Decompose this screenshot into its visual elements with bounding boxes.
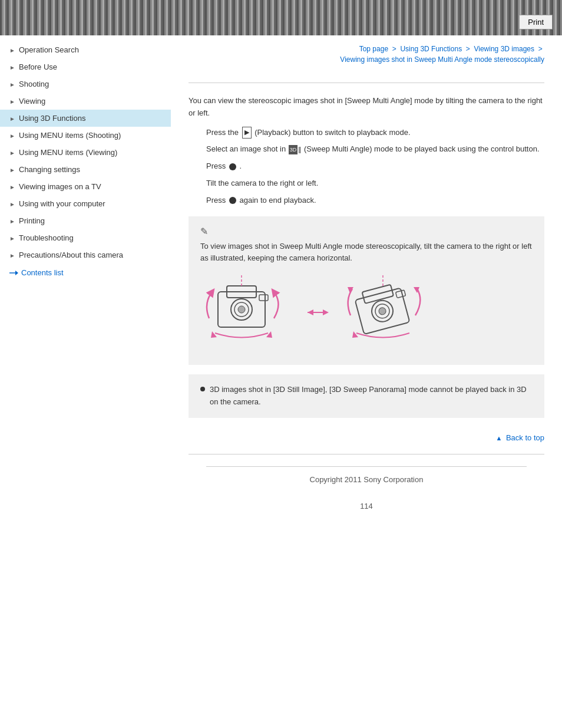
svg-rect-7 [259, 295, 268, 301]
content-area: Top page > Using 3D Functions > Viewing … [171, 35, 562, 684]
step-3: Press . [206, 160, 544, 173]
sidebar-item-label: Viewing [19, 97, 45, 106]
step-5: Press again to end playback. [206, 195, 544, 207]
svg-marker-1 [15, 271, 18, 275]
footer: Copyright 2011 Sony Corporation [206, 466, 527, 492]
camera-right-svg [342, 274, 436, 351]
sidebar-arrow-icon: ► [9, 47, 15, 53]
sidebar-item-label: Shooting [19, 80, 49, 88]
sidebar-arrow-icon: ► [9, 201, 15, 207]
header-bar: Print [0, 0, 562, 35]
sidebar-item-before-use[interactable]: ►Before Use [0, 58, 171, 75]
sidebar-item-label: Before Use [19, 62, 57, 71]
bullet-dot [200, 387, 205, 391]
svg-point-6 [238, 306, 245, 313]
sidebar-item-label: Using with your computer [19, 199, 105, 208]
sidebar-item-printing[interactable]: ►Printing [0, 212, 171, 229]
sidebar-item-changing-settings[interactable]: ►Changing settings [0, 161, 171, 178]
svg-marker-22 [352, 331, 358, 338]
step-1: Press the ▶ (Playback) button to switch … [206, 127, 544, 139]
sidebar-arrow-icon: ► [9, 167, 15, 173]
sidebar-item-viewing-tv[interactable]: ►Viewing images on a TV [0, 178, 171, 195]
sidebar-item-operation-search[interactable]: ►Operation Search [0, 41, 171, 58]
sidebar-arrow-icon: ► [9, 218, 15, 224]
circle-button-icon-2 [229, 197, 236, 204]
sidebar-item-label: Precautions/About this camera [19, 251, 123, 259]
page-number-value: 114 [360, 502, 373, 510]
contents-list-label: Contents list [21, 268, 64, 277]
sidebar-item-label: Troubleshooting [19, 233, 74, 242]
sidebar-item-label: Operation Search [19, 45, 79, 54]
svg-marker-12 [323, 309, 329, 315]
warning-text: 3D images shot in [3D Still Image], [3D … [210, 384, 533, 409]
sweep-multi-icon: 3D [289, 145, 298, 154]
sidebar-item-viewing[interactable]: ►Viewing [0, 93, 171, 110]
intro-text: You can view the stereoscopic images sho… [189, 95, 544, 120]
warning-item: 3D images shot in [3D Still Image], [3D … [200, 384, 533, 409]
sidebar-item-label: Using MENU items (Viewing) [19, 148, 117, 157]
warning-box: 3D images shot in [3D Still Image], [3D … [189, 374, 544, 418]
between-arrow-svg [306, 304, 330, 321]
sidebar-item-using-3d-functions[interactable]: ►Using 3D Functions [0, 110, 171, 127]
sidebar-item-using-menu-viewing[interactable]: ►Using MENU items (Viewing) [0, 144, 171, 161]
divider-bottom [189, 454, 544, 454]
sidebar-item-using-menu-shooting[interactable]: ►Using MENU items (Shooting) [0, 127, 171, 144]
back-to-top-link[interactable]: ▲ Back to top [495, 433, 544, 442]
steps-container: Press the ▶ (Playback) button to switch … [189, 127, 544, 207]
note-box: ✎ To view images shot in Sweep Multi Ang… [189, 216, 544, 365]
sidebar-item-label: Printing [19, 216, 45, 225]
sidebar: ►Operation Search►Before Use►Shooting►Vi… [0, 35, 171, 684]
print-button[interactable]: Print [519, 15, 553, 29]
camera-illustration [200, 265, 533, 355]
divider-top [189, 83, 544, 83]
contents-list-link[interactable]: Contents list [0, 263, 171, 282]
main-layout: ►Operation Search►Before Use►Shooting►Vi… [0, 35, 562, 684]
playback-icon: ▶ [242, 127, 252, 139]
sidebar-item-label: Viewing images on a TV [19, 182, 101, 191]
breadcrumb-3d[interactable]: Using 3D Functions [400, 45, 462, 53]
back-to-top-icon: ▲ [495, 434, 502, 442]
sidebar-item-label: Using MENU items (Shooting) [19, 131, 121, 140]
circle-button-icon [229, 163, 236, 170]
sidebar-arrow-icon: ► [9, 184, 15, 190]
page-number: 114 [189, 492, 544, 520]
svg-marker-9 [266, 331, 272, 338]
sidebar-arrow-icon: ► [9, 235, 15, 241]
svg-point-18 [378, 307, 387, 316]
tip-icon: ✎ [200, 226, 533, 237]
step-2: Select an image shot in 3D‖ (Sweep Multi… [206, 143, 544, 156]
copyright-text: Copyright 2011 Sony Corporation [310, 475, 424, 484]
note-text: To view images shot in Sweep Multi Angle… [200, 241, 533, 265]
sidebar-item-label: Changing settings [19, 165, 80, 174]
camera-left-svg [200, 274, 295, 351]
back-to-top-label: Back to top [506, 433, 544, 442]
breadcrumb-top[interactable]: Top page [359, 45, 388, 53]
sidebar-arrow-icon: ► [9, 116, 15, 121]
svg-marker-13 [308, 309, 313, 315]
sidebar-item-precautions[interactable]: ►Precautions/About this camera [0, 246, 171, 263]
sidebar-arrow-icon: ► [9, 81, 15, 87]
back-to-top: ▲ Back to top [189, 427, 544, 448]
sidebar-item-shooting[interactable]: ►Shooting [0, 75, 171, 93]
breadcrumb: Top page > Using 3D Functions > Viewing … [189, 35, 544, 77]
sidebar-arrow-icon: ► [9, 252, 15, 258]
breadcrumb-current[interactable]: Viewing images shot in Sweep Multi Angle… [340, 55, 544, 64]
sidebar-item-label: Using 3D Functions [19, 114, 85, 123]
svg-marker-8 [211, 331, 217, 338]
sidebar-arrow-icon: ► [9, 150, 15, 156]
sidebar-nav: ►Operation Search►Before Use►Shooting►Vi… [0, 41, 171, 263]
svg-rect-19 [396, 290, 406, 298]
breadcrumb-viewing[interactable]: Viewing 3D images [474, 45, 534, 53]
sidebar-arrow-icon: ► [9, 98, 15, 104]
sidebar-item-troubleshooting[interactable]: ►Troubleshooting [0, 229, 171, 246]
sidebar-arrow-icon: ► [9, 133, 15, 139]
contents-arrow-icon [9, 270, 19, 276]
sidebar-arrow-icon: ► [9, 64, 15, 70]
step-4: Tilt the camera to the right or left. [206, 177, 544, 190]
sidebar-item-using-computer[interactable]: ►Using with your computer [0, 195, 171, 212]
